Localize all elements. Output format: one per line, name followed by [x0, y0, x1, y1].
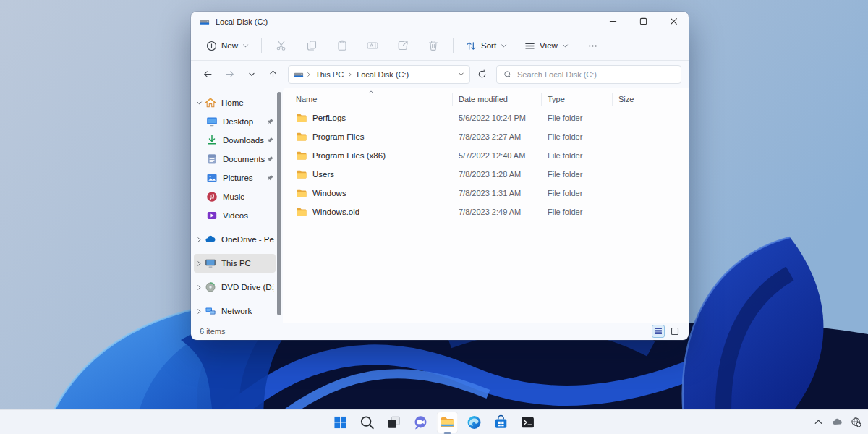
- search-input[interactable]: [517, 70, 674, 79]
- file-type: File folder: [542, 114, 613, 122]
- share-icon[interactable]: [389, 35, 417, 56]
- file-row[interactable]: Windows.old7/8/2023 2:49 AMFile folder: [283, 203, 689, 221]
- chevron-right-icon[interactable]: [194, 284, 205, 291]
- sidebar-item-label: Network: [221, 307, 252, 315]
- sidebar-item-documents[interactable]: Documents: [206, 150, 276, 169]
- thispc-icon: [205, 258, 216, 269]
- documents-icon: [206, 153, 218, 165]
- chevron-right-icon[interactable]: [194, 308, 205, 315]
- sidebar-item-this-pc[interactable]: This PC: [194, 254, 276, 273]
- chevron-down-icon: [501, 43, 507, 49]
- ellipsis-icon: [587, 41, 598, 51]
- copy-icon[interactable]: [298, 35, 326, 56]
- file-row[interactable]: Users7/8/2023 1:28 AMFile folder: [283, 165, 689, 184]
- details-view-button[interactable]: [652, 325, 665, 338]
- sidebar-item-home[interactable]: Home: [194, 93, 276, 112]
- sidebar-item-desktop[interactable]: Desktop: [206, 112, 276, 131]
- view-lines-icon: [524, 41, 535, 51]
- sidebar-item-videos[interactable]: Videos: [206, 206, 276, 225]
- delete-icon[interactable]: [420, 35, 447, 56]
- scrollbar-thumb[interactable]: [277, 92, 281, 315]
- address-bar[interactable]: This PCLocal Disk (C:): [288, 65, 470, 84]
- chevron-right-icon[interactable]: [194, 260, 205, 267]
- sidebar-item-onedrive-perso[interactable]: OneDrive - Perso: [194, 230, 276, 249]
- taskbar-file-explorer-button[interactable]: [437, 412, 459, 433]
- desktop: Local Disk (C:) New Sort: [0, 0, 868, 434]
- sidebar-scrollbar[interactable]: [276, 88, 283, 323]
- search-box[interactable]: [496, 65, 681, 84]
- sidebar-item-network[interactable]: Network: [194, 302, 276, 320]
- sidebar-item-music[interactable]: Music: [206, 187, 276, 206]
- column-header-size[interactable]: Size: [613, 93, 660, 106]
- file-name: Users: [312, 170, 334, 179]
- large-thumbnails-view-button[interactable]: [668, 325, 681, 338]
- home-icon: [205, 97, 216, 109]
- taskbar-terminal-button[interactable]: [517, 412, 539, 433]
- network-icon: [205, 305, 216, 317]
- titlebar[interactable]: Local Disk (C:): [191, 12, 689, 31]
- sidebar-item-downloads[interactable]: Downloads: [206, 131, 276, 150]
- view-toggles: [652, 325, 681, 338]
- taskbar-edge-button[interactable]: [464, 412, 485, 433]
- downloads-icon: [206, 135, 218, 146]
- pin-icon: [267, 174, 274, 182]
- sort-button[interactable]: Sort: [459, 37, 514, 55]
- maximize-button[interactable]: [628, 12, 658, 31]
- tray-no-internet-icon[interactable]: [848, 413, 864, 432]
- taskbar-start-button[interactable]: [330, 412, 352, 433]
- forward-button[interactable]: [220, 65, 239, 84]
- file-row[interactable]: Windows7/8/2023 1:31 AMFile folder: [283, 184, 689, 203]
- sort-button-label: Sort: [481, 41, 496, 50]
- toolbar-divider: [453, 38, 454, 53]
- address-dropdown-chevron-icon[interactable]: [458, 71, 464, 77]
- column-header-name[interactable]: Name: [290, 93, 453, 106]
- back-button[interactable]: [198, 65, 218, 84]
- close-button[interactable]: [658, 12, 689, 31]
- taskbar-store-button[interactable]: [490, 412, 512, 433]
- search-icon: [503, 70, 512, 79]
- folder-icon: [296, 206, 307, 218]
- new-button[interactable]: New: [200, 37, 255, 55]
- file-name: Program Files: [312, 132, 365, 141]
- column-header-label: Size: [618, 95, 634, 103]
- refresh-button[interactable]: [472, 65, 492, 84]
- drive-icon: [200, 17, 210, 27]
- file-name: Program Files (x86): [312, 151, 386, 160]
- file-type: File folder: [542, 189, 613, 197]
- sidebar-item-label: Pictures: [223, 174, 253, 182]
- up-button[interactable]: [263, 65, 283, 84]
- breadcrumb-segment[interactable]: Local Disk (C:): [354, 69, 411, 80]
- see-more-button[interactable]: [581, 37, 603, 55]
- file-row[interactable]: PerfLogs5/6/2022 10:24 PMFile folder: [283, 109, 689, 127]
- taskbar-task-view-button[interactable]: [383, 412, 405, 433]
- file-name: PerfLogs: [312, 114, 346, 122]
- column-header-type[interactable]: Type: [542, 93, 613, 106]
- sidebar-item-dvd-drive-d-c[interactable]: DVD Drive (D:) C: [194, 278, 276, 297]
- tray-onedrive-tray-icon[interactable]: [829, 413, 845, 432]
- view-button[interactable]: View: [518, 37, 575, 55]
- file-date-modified: 7/8/2023 1:28 AM: [453, 170, 542, 179]
- sidebar-item-pictures[interactable]: Pictures: [206, 169, 276, 187]
- folder-icon: [296, 150, 307, 161]
- drive-icon: [294, 69, 304, 80]
- breadcrumb-segment[interactable]: This PC: [313, 69, 346, 80]
- recent-locations-button[interactable]: [242, 65, 261, 84]
- chevron-right-icon[interactable]: [194, 237, 205, 243]
- chevron-down-icon: [562, 43, 569, 49]
- paste-icon[interactable]: [328, 35, 356, 56]
- chevron-down-icon[interactable]: [194, 100, 205, 106]
- column-header-date-modified[interactable]: Date modified: [453, 93, 542, 106]
- file-row[interactable]: Program Files7/8/2023 2:27 AMFile folder: [283, 127, 689, 146]
- tray-chevron-up-icon[interactable]: [810, 413, 826, 432]
- taskbar-search-button[interactable]: [357, 412, 378, 433]
- rename-icon[interactable]: [359, 35, 386, 56]
- minimize-button[interactable]: [597, 12, 628, 31]
- breadcrumb-chevron-icon: [306, 72, 312, 77]
- file-date-modified: 5/6/2022 10:24 PM: [453, 114, 542, 122]
- column-header-label: Name: [296, 95, 317, 103]
- pin-icon: [267, 118, 274, 125]
- onedrive-icon: [205, 234, 216, 245]
- file-row[interactable]: Program Files (x86)5/7/2022 12:40 AMFile…: [283, 146, 689, 165]
- cut-icon[interactable]: [268, 35, 295, 56]
- taskbar-chat-button[interactable]: [410, 412, 432, 433]
